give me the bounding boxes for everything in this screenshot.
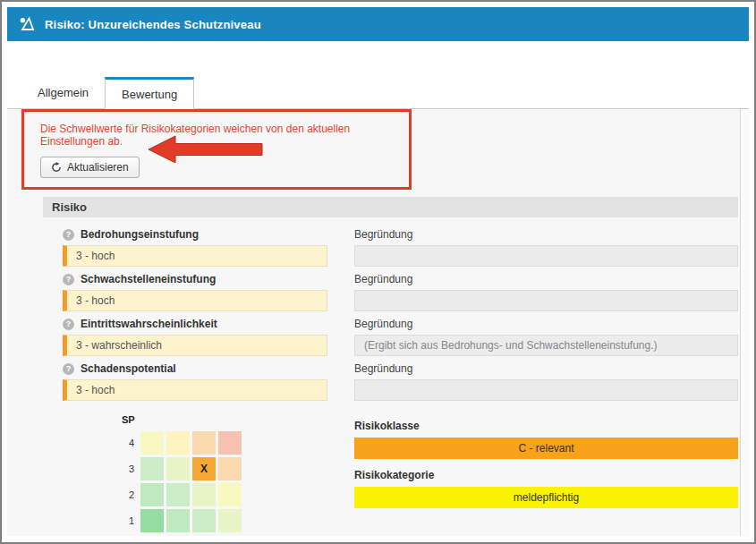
help-icon[interactable]: ? (63, 274, 74, 285)
matrix-cell[interactable] (140, 457, 164, 480)
app-logo-icon (18, 15, 36, 33)
matrix-cell[interactable] (140, 431, 164, 455)
schwachstelleneinstufung-input[interactable]: 3 - hoch (63, 290, 327, 311)
matrix-cell[interactable] (166, 483, 190, 506)
begruendung-label: Begründung (354, 318, 738, 330)
bewertung-tab-content: Die Schwellwerte für Risikokategorien we… (7, 109, 749, 536)
tab-allgemein[interactable]: Allgemein (21, 77, 105, 108)
begruendung-label: Begründung (354, 362, 738, 375)
bedrohungseinstufung-input[interactable]: 3 - hoch (63, 245, 327, 267)
matrix-cell[interactable] (166, 457, 190, 480)
matrix-cell[interactable] (140, 483, 164, 506)
field-label: Schadenspotential (81, 362, 176, 375)
begruendung-label: Begründung (354, 228, 738, 241)
field-row-schwachstelle: ? Schwachstelleneinstufung 3 - hoch Begr… (63, 273, 738, 311)
field-row-schaden: ? Schadenspotential 3 - hoch Begründung (63, 362, 738, 401)
annotation-arrow (147, 133, 265, 166)
field-row-eintritt: ? Eintrittswahrscheinlichkeit 3 - wahrsc… (63, 318, 738, 356)
refresh-button[interactable]: Aktualisieren (40, 157, 140, 178)
matrix-cell-marked[interactable]: X (192, 457, 216, 480)
matrix-cell[interactable] (218, 509, 242, 532)
begruendung-label: Begründung (354, 273, 738, 285)
matrix-row-label: 2 (122, 489, 134, 500)
matrix-cell[interactable] (218, 457, 242, 480)
matrix-cell[interactable] (218, 483, 242, 506)
matrix-cell[interactable] (192, 431, 216, 455)
risikoklasse-value: C - relevant (354, 438, 738, 459)
begruendung-input-eintritt[interactable]: (Ergibt sich aus Bedrohungs- und Schwach… (354, 335, 738, 356)
matrix-results-row: SP 4 3 (63, 407, 738, 536)
risikokategorie-value: meldepflichtig (354, 487, 738, 508)
tab-bewertung[interactable]: Bewertung (105, 77, 194, 109)
field-label: Schwachstelleneinstufung (81, 273, 216, 285)
risikokategorie-label: Risikokategorie (354, 469, 738, 481)
begruendung-input-bedrohung[interactable] (354, 245, 738, 267)
risiko-section: Risiko ? Bedrohungseinstufung 3 - hoch B… (43, 197, 738, 536)
matrix-cell[interactable] (166, 431, 190, 455)
risk-dialog-window: Risiko: Unzureichendes Schutzniveau Allg… (0, 0, 756, 544)
matrix-row-label: 4 (122, 438, 134, 448)
refresh-button-label: Aktualisieren (67, 161, 129, 174)
field-label: Eintrittswahrscheinlichkeit (81, 318, 217, 330)
matrix-cell[interactable] (140, 509, 164, 532)
schadenspotential-input[interactable]: 3 - hoch (63, 379, 327, 401)
matrix-cell[interactable] (166, 509, 190, 532)
vertical-scrollbar[interactable] (740, 109, 749, 536)
matrix-cell[interactable] (192, 509, 216, 532)
matrix-y-axis-label: SP (122, 414, 268, 425)
section-header-risiko: Risiko (43, 197, 738, 217)
refresh-icon (51, 162, 62, 173)
matrix-row-label: 3 (122, 463, 134, 474)
begruendung-input-schwachstelle[interactable] (354, 290, 738, 311)
field-row-bedrohung: ? Bedrohungseinstufung 3 - hoch Begründu… (63, 228, 738, 267)
eintrittswahrscheinlichkeit-input[interactable]: 3 - wahrscheinlich (63, 335, 327, 356)
help-icon[interactable]: ? (63, 363, 74, 375)
begruendung-input-schaden[interactable] (354, 379, 738, 401)
tab-bar: Allgemein Bewertung (7, 77, 749, 109)
help-icon[interactable]: ? (63, 229, 74, 241)
matrix-cell[interactable] (192, 483, 216, 506)
matrix-row-label: 1 (122, 515, 134, 526)
risk-matrix: SP 4 3 (122, 414, 268, 536)
window-title: Risiko: Unzureichendes Schutzniveau (45, 18, 261, 31)
risikoklasse-label: Risikoklasse (354, 420, 738, 432)
field-label: Bedrohungseinstufung (81, 228, 199, 241)
results-panel: Risikoklasse C - relevant Risikokategori… (354, 420, 738, 508)
help-icon[interactable]: ? (63, 319, 74, 330)
title-bar: Risiko: Unzureichendes Schutzniveau (7, 7, 749, 41)
matrix-cell[interactable] (218, 431, 242, 455)
